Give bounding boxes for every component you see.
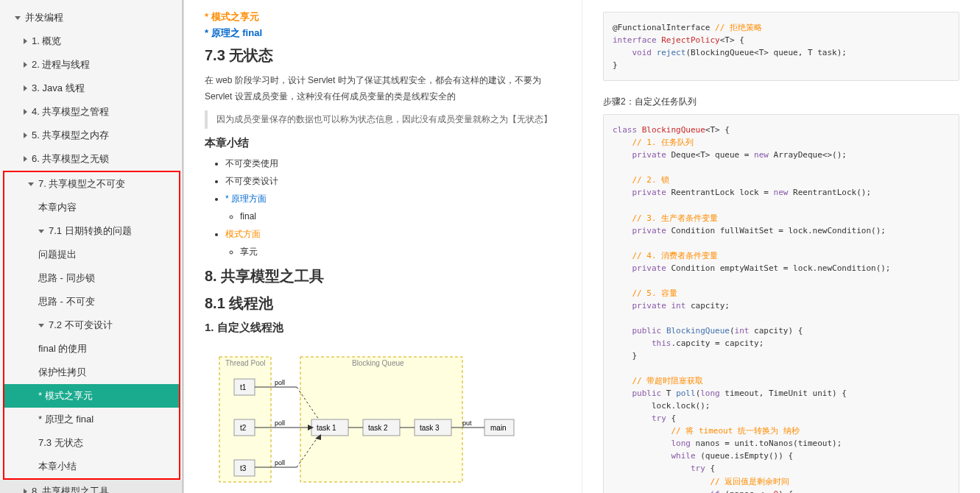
svg-text:t3: t3 xyxy=(240,464,247,472)
nav-label: 1. 概览 xyxy=(32,35,61,48)
svg-text:t1: t1 xyxy=(240,383,247,391)
nav-label: 7.1 日期转换的问题 xyxy=(49,224,132,238)
svg-text:poll: poll xyxy=(275,379,285,386)
nav-i72a[interactable]: final 的使用 xyxy=(4,337,179,361)
list-link[interactable]: 模式方面 xyxy=(225,229,261,239)
nav-label: 7. 共享模型之不可变 xyxy=(38,177,125,191)
nav-i72b[interactable]: 保护性拷贝 xyxy=(4,361,179,384)
nav-label: 保护性拷贝 xyxy=(38,366,86,379)
nav-i7-content[interactable]: 本章内容 xyxy=(4,196,179,219)
list-item: 不可变类使用 xyxy=(225,155,561,172)
heading-8: 8. 共享模型之工具 xyxy=(205,266,561,286)
svg-text:Thread Pool: Thread Pool xyxy=(225,359,265,367)
diagram-svg: Thread Pool Blocking Queue t1 t2 t3 task… xyxy=(205,350,521,493)
nav-label: 8. 共享模型之工具 xyxy=(32,485,109,493)
heading-73: 7.3 无状态 xyxy=(205,46,561,65)
svg-text:t2: t2 xyxy=(240,424,247,432)
nav-label: 3. Java 线程 xyxy=(32,82,85,95)
sidebar-nav: 并发编程 1. 概览 2. 进程与线程 3. Java 线程 4. 共享模型之管… xyxy=(0,0,184,493)
nav-i72d[interactable]: * 原理之 final xyxy=(4,408,179,431)
svg-text:task 1: task 1 xyxy=(317,424,336,432)
nav-i1[interactable]: 1. 概览 xyxy=(0,29,183,53)
svg-text:task 2: task 2 xyxy=(368,424,388,432)
caret-right-icon xyxy=(24,489,27,493)
caret-right-icon xyxy=(24,38,27,44)
nav-label: * 原理之 final xyxy=(38,413,94,426)
nav-i72c[interactable]: * 模式之享元 xyxy=(4,384,179,408)
caret-right-icon xyxy=(24,156,27,162)
nav-i3[interactable]: 3. Java 线程 xyxy=(0,77,183,100)
code-text: @FunctionalInterface // 拒绝策略 interface R… xyxy=(613,23,847,70)
list-item: 不可变类设计 xyxy=(225,172,561,190)
heading-summary: 本章小结 xyxy=(205,136,561,150)
nav-label: 7.2 不可变设计 xyxy=(49,319,113,332)
nav-label: 思路 - 同步锁 xyxy=(38,272,95,285)
nav-i7[interactable]: 7. 共享模型之不可变 xyxy=(4,172,179,196)
code-text: class BlockingQueue<T> { // 1. 任务队列 priv… xyxy=(613,125,900,493)
column-right: @FunctionalInterface // 拒绝策略 interface R… xyxy=(582,0,980,493)
nav-label: * 模式之享元 xyxy=(38,389,93,402)
list-item: * 原理方面 final xyxy=(225,190,561,225)
nav-i73[interactable]: 7.3 无状态 xyxy=(4,431,179,455)
caret-down-icon xyxy=(38,230,44,233)
nav-label: 本章小结 xyxy=(38,460,77,473)
nav-highlight-box: 7. 共享模型之不可变 本章内容 7.1 日期转换的问题 问题提出 思路 - 同… xyxy=(3,171,180,480)
nav-i2[interactable]: 2. 进程与线程 xyxy=(0,53,183,77)
svg-text:poll: poll xyxy=(275,419,285,427)
caret-right-icon xyxy=(24,62,27,68)
caret-right-icon xyxy=(24,109,27,115)
nav-i6[interactable]: 6. 共享模型之无锁 xyxy=(0,147,183,171)
link-final[interactable]: * 原理之 final xyxy=(205,26,561,40)
nav-i71[interactable]: 7.1 日期转换的问题 xyxy=(4,219,179,243)
nav-i7-summary[interactable]: 本章小结 xyxy=(4,455,179,478)
svg-text:task 3: task 3 xyxy=(420,424,440,432)
nav-i8[interactable]: 8. 共享模型之工具 xyxy=(0,480,183,493)
nav-i4[interactable]: 4. 共享模型之管程 xyxy=(0,100,183,124)
caret-right-icon xyxy=(24,85,27,91)
thread-pool-diagram: Thread Pool Blocking Queue t1 t2 t3 task… xyxy=(205,350,561,493)
blockquote: 因为成员变量保存的数据也可以称为状态信息，因此没有成员变量就称之为【无状态】 xyxy=(205,110,561,129)
caret-down-icon xyxy=(38,324,44,327)
svg-text:put: put xyxy=(462,419,472,427)
list-item: final xyxy=(240,208,561,225)
caret-down-icon xyxy=(15,16,21,20)
svg-text:main: main xyxy=(490,424,507,432)
heading-81: 8.1 线程池 xyxy=(205,294,561,313)
nav-label: 2. 进程与线程 xyxy=(32,58,90,71)
nav-i72[interactable]: 7.2 不可变设计 xyxy=(4,313,179,337)
nav-label: final 的使用 xyxy=(38,342,87,355)
nav-label: 本章内容 xyxy=(38,201,77,214)
caret-right-icon xyxy=(24,132,27,138)
nav-i71b[interactable]: 思路 - 同步锁 xyxy=(4,266,179,290)
link-flyweight[interactable]: * 模式之享元 xyxy=(205,10,561,24)
nav-i71a[interactable]: 问题提出 xyxy=(4,243,179,266)
nav-label: 并发编程 xyxy=(25,11,63,24)
nav-label: 问题提出 xyxy=(38,248,77,261)
code-blocking-queue: class BlockingQueue<T> { // 1. 任务队列 priv… xyxy=(603,114,959,493)
summary-list: 不可变类使用 不可变类设计 * 原理方面 final 模式方面 享元 xyxy=(205,155,561,260)
caret-down-icon xyxy=(28,182,34,186)
nav-label: 6. 共享模型之无锁 xyxy=(32,152,109,166)
svg-text:Blocking Queue: Blocking Queue xyxy=(352,359,404,367)
step2-label: 步骤2：自定义任务队列 xyxy=(603,96,959,108)
column-left: * 模式之享元 * 原理之 final 7.3 无状态 在 web 阶段学习时，… xyxy=(184,0,582,493)
content-area: * 模式之享元 * 原理之 final 7.3 无状态 在 web 阶段学习时，… xyxy=(184,0,980,493)
list-link[interactable]: * 原理方面 xyxy=(225,194,267,204)
nav-label: 4. 共享模型之管程 xyxy=(32,105,109,118)
nav-root[interactable]: 并发编程 xyxy=(0,6,183,29)
nav-i71c[interactable]: 思路 - 不可变 xyxy=(4,290,179,313)
list-item: 享元 xyxy=(240,243,561,260)
heading-81a: 1. 自定义线程池 xyxy=(205,321,561,335)
list-item: 模式方面 享元 xyxy=(225,225,561,260)
nav-label: 7.3 无状态 xyxy=(38,436,83,450)
paragraph-73: 在 web 阶段学习时，设计 Servlet 时为了保证其线程安全，都会有这样的… xyxy=(205,73,561,104)
nav-label: 5. 共享模型之内存 xyxy=(32,129,109,142)
nav-i5[interactable]: 5. 共享模型之内存 xyxy=(0,124,183,147)
nav-label: 思路 - 不可变 xyxy=(38,295,95,308)
svg-text:poll: poll xyxy=(275,459,285,467)
code-reject-policy: @FunctionalInterface // 拒绝策略 interface R… xyxy=(603,12,959,81)
